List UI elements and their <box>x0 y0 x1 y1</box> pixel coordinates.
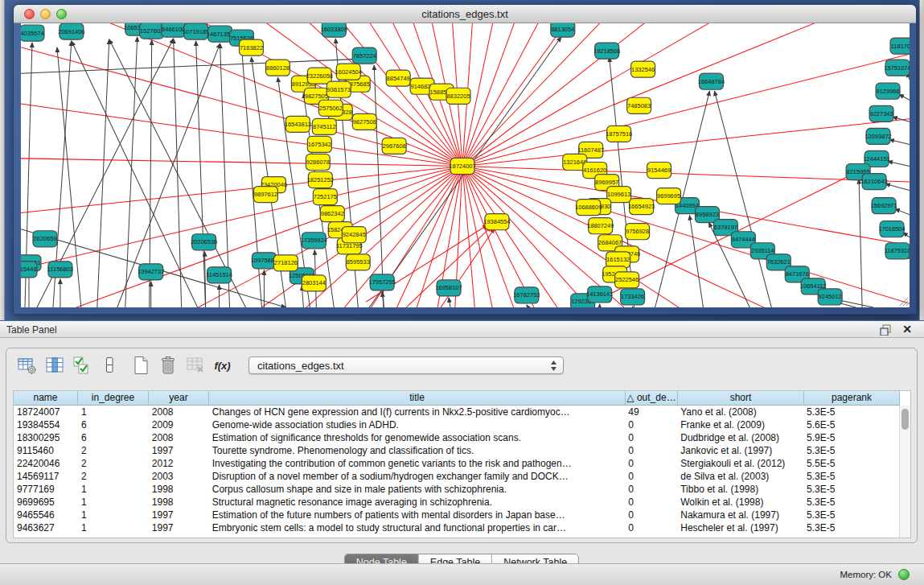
graph-node[interactable]: 9897612 <box>253 187 277 203</box>
graph-node[interactable]: 1527602 <box>140 23 164 39</box>
graph-node[interactable]: 9227343 <box>869 105 893 122</box>
scrollbar-thumb[interactable] <box>901 409 909 430</box>
window-titlebar[interactable]: citations_edges.txt <box>14 5 916 23</box>
graph-node[interactable]: 4035574 <box>21 25 44 41</box>
select-rows-button[interactable] <box>71 355 92 377</box>
table-select-dropdown[interactable]: citations_edges.txt <box>248 356 564 374</box>
graph-node[interactable]: 17016504 <box>878 221 905 237</box>
graph-node[interactable]: 8595533 <box>346 254 370 270</box>
graph-node[interactable]: 16033809 <box>321 23 347 37</box>
delete-table-button-disabled[interactable] <box>184 355 206 377</box>
graph-node[interactable]: 17359924 <box>301 233 327 249</box>
network-canvas[interactable]: 4035574206914061065328715276026466100107… <box>21 23 910 307</box>
graph-node[interactable]: 3915448 <box>21 262 37 278</box>
graph-node[interactable]: 8745112 <box>312 118 336 134</box>
column-header-out_de[interactable]: △ out_de… <box>626 391 678 405</box>
float-panel-icon[interactable] <box>880 324 892 336</box>
graph-node[interactable]: 15751074 <box>884 60 910 76</box>
graph-node[interactable]: 13942737 <box>138 264 164 280</box>
table-row[interactable]: 1830029562008Estimation of significance … <box>14 431 899 444</box>
graph-node[interactable]: 18251252 <box>307 172 334 188</box>
column-header-year[interactable]: year <box>149 391 209 405</box>
graph-node[interactable]: 15692971 <box>870 198 897 214</box>
graph-node[interactable]: 17957255 <box>369 274 396 290</box>
graph-node[interactable]: 2575062 <box>318 100 343 116</box>
graph-node[interactable]: 2718126 <box>273 255 298 271</box>
graph-node[interactable]: 7252175 <box>313 189 337 205</box>
table-row[interactable]: 969969511998Structural magnetic resonanc… <box>14 496 899 509</box>
graph-node[interactable]: 18757516 <box>606 126 632 142</box>
column-header-in_degree[interactable]: in_degree <box>78 391 149 405</box>
graph-node[interactable]: 7163822 <box>240 39 264 56</box>
table-row[interactable]: 946362711997Embryonic stem cells: a mode… <box>14 521 899 534</box>
graph-node[interactable]: 10688609 <box>575 200 602 216</box>
graph-node[interactable]: 9129966 <box>876 83 900 99</box>
graph-node[interactable]: 20691406 <box>58 23 84 39</box>
table-row[interactable]: 911546021997Tourette syndrome. Phenomeno… <box>14 444 899 457</box>
graph-node[interactable]: 9245012 <box>818 289 842 305</box>
graph-node[interactable]: 19384554 <box>483 214 510 230</box>
graph-node[interactable]: 16648784 <box>698 73 725 89</box>
graph-node[interactable]: 2522546 <box>615 272 639 288</box>
graph-node[interactable]: 16782753 <box>513 287 540 303</box>
column-header-title[interactable]: title <box>209 391 626 405</box>
graph-node[interactable]: 10719185 <box>183 23 209 39</box>
graph-node[interactable]: 18807249 <box>587 218 614 234</box>
graph-node[interactable]: 1332546 <box>631 61 655 77</box>
graph-node[interactable]: 7485083 <box>627 97 651 113</box>
resize-grip-icon[interactable] <box>898 296 909 307</box>
graph-node[interactable]: 9699695 <box>657 188 681 204</box>
new-table-button[interactable] <box>129 355 151 377</box>
graph-node[interactable]: 16543812 <box>285 116 311 132</box>
column-header-name[interactable]: name <box>14 391 78 405</box>
table-row[interactable]: 946554611997Estimation of the future num… <box>14 509 899 521</box>
graph-node[interactable]: 12093872 <box>864 128 891 144</box>
column-header-short[interactable]: short <box>678 391 804 405</box>
graph-node[interactable]: 1181700 <box>890 38 910 54</box>
graph-node[interactable]: 16958107 <box>435 280 462 296</box>
function-builder-button[interactable]: f(x) <box>211 355 233 377</box>
graph-node[interactable]: 20206536 <box>191 234 217 250</box>
graph-node[interactable]: 8832205 <box>446 88 470 104</box>
graph-node[interactable]: 11451514 <box>206 267 232 283</box>
graph-node[interactable]: 9286078 <box>306 154 330 170</box>
table-row[interactable]: 977716911998Corpus callosum shape and si… <box>14 483 899 496</box>
table-settings-button[interactable] <box>16 355 38 377</box>
graph-node[interactable]: 8813054 <box>551 23 575 37</box>
graph-node[interactable]: 16210643 <box>860 174 887 190</box>
graph-node[interactable]: 16024504 <box>335 64 362 80</box>
graph-node[interactable]: 9862342 <box>320 206 344 222</box>
graph-node[interactable]: 11875310 <box>885 243 910 259</box>
graph-node[interactable]: 1733426 <box>621 289 645 305</box>
delete-rows-button[interactable] <box>157 355 179 377</box>
graph-node[interactable]: 1615132 <box>606 252 630 268</box>
memory-status-indicator[interactable] <box>898 569 910 580</box>
graph-node[interactable]: 19218506 <box>593 43 620 59</box>
graph-node[interactable]: 8854749 <box>386 70 410 86</box>
graph-node[interactable]: 2967608 <box>382 138 406 154</box>
graph-node[interactable]: 9154469 <box>647 162 671 178</box>
table-vertical-scrollbar[interactable] <box>899 406 910 538</box>
table-row[interactable]: 1456911722003Disruption of a novel membe… <box>14 470 899 483</box>
graph-node[interactable]: 9361573 <box>326 81 351 97</box>
graph-node[interactable]: 7857224 <box>352 47 376 64</box>
table-row[interactable]: 1872400712008Changes of HCN gene express… <box>14 406 899 418</box>
graph-node[interactable]: 2803144 <box>302 275 326 291</box>
row-height-button[interactable] <box>98 355 120 377</box>
close-panel-icon[interactable]: ✕ <box>902 323 912 336</box>
column-header-pagerank[interactable]: pagerank <box>804 391 900 405</box>
graph-node[interactable]: 8860128 <box>265 60 290 76</box>
graph-hub-node[interactable]: 18724007 <box>449 158 475 174</box>
graph-node[interactable]: 9756928 <box>626 224 650 240</box>
graph-node[interactable]: 11156803 <box>47 262 73 278</box>
graph-node[interactable]: 1675342 <box>307 136 331 152</box>
graph-node[interactable]: 9827508 <box>352 113 376 130</box>
table-row[interactable]: 1938455462009Genome-wide association stu… <box>14 418 899 431</box>
graph-node[interactable]: 2620659 <box>33 231 57 247</box>
table-row[interactable]: 2242004622012Investigating the contribut… <box>14 457 899 470</box>
graph-node[interactable]: 9242845 <box>342 227 366 243</box>
network-window[interactable]: citations_edges.txt 40355742069140610653… <box>13 4 917 315</box>
graph-node[interactable]: 16654923 <box>628 199 655 215</box>
graph-node[interactable]: 14136141 <box>586 286 613 303</box>
select-columns-button[interactable] <box>43 355 65 377</box>
